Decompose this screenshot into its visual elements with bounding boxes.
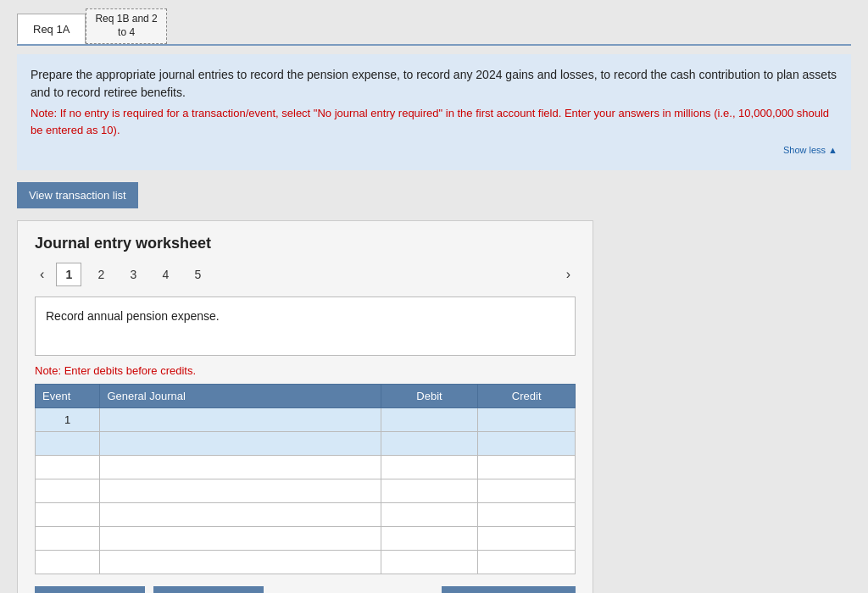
clear-entry-button[interactable]: Clear entry — [153, 586, 264, 594]
journal-table: Event General Journal Debit Credit 1 — [35, 384, 576, 574]
credit-cell — [478, 526, 576, 550]
credit-input[interactable] — [478, 503, 575, 526]
next-page-button[interactable]: › — [561, 265, 576, 284]
worksheet-title: Journal entry worksheet — [35, 235, 576, 252]
debit-input[interactable] — [381, 503, 478, 526]
view-transaction-list-button[interactable]: View transaction list — [17, 182, 138, 208]
page-nav: ‹ 1 2 3 4 5 › — [35, 263, 576, 286]
col-debit: Debit — [381, 384, 478, 407]
debit-input[interactable] — [381, 456, 478, 479]
general-journal-input[interactable] — [100, 479, 380, 502]
general-journal-cell — [100, 550, 381, 574]
table-row — [36, 431, 576, 455]
debit-cell — [381, 455, 478, 479]
worksheet-card: Journal entry worksheet ‹ 1 2 3 4 5 › Re… — [17, 220, 593, 594]
debit-cell — [381, 502, 478, 526]
event-cell — [36, 431, 100, 455]
debit-cell — [381, 550, 478, 574]
credit-input[interactable] — [478, 408, 575, 431]
general-journal-input[interactable] — [100, 527, 380, 550]
debit-input[interactable] — [381, 551, 478, 574]
col-general-journal: General Journal — [100, 384, 381, 407]
debit-cell — [381, 526, 478, 550]
note-debits: Note: Enter debits before credits. — [35, 364, 576, 377]
credit-cell — [478, 407, 576, 431]
table-row — [36, 550, 576, 574]
debit-input[interactable] — [381, 432, 478, 455]
instructions-note-red: Note: If no entry is required for a tran… — [31, 105, 837, 138]
debit-cell — [381, 407, 478, 431]
general-journal-cell — [100, 455, 381, 479]
event-cell — [36, 550, 100, 574]
credit-input[interactable] — [478, 551, 575, 574]
col-event: Event — [36, 384, 100, 407]
credit-cell — [478, 550, 576, 574]
debit-input[interactable] — [381, 527, 478, 550]
page-num-2[interactable]: 2 — [88, 263, 114, 286]
page-num-5[interactable]: 5 — [185, 263, 210, 286]
table-row — [36, 455, 576, 479]
credit-input[interactable] — [478, 527, 575, 550]
credit-cell — [478, 455, 576, 479]
general-journal-input[interactable] — [100, 432, 380, 455]
event-cell — [36, 502, 100, 526]
general-journal-cell — [100, 502, 381, 526]
record-entry-button[interactable]: Record entry — [35, 586, 145, 594]
general-journal-cell — [100, 431, 381, 455]
table-row — [36, 479, 576, 502]
prev-page-button[interactable]: ‹ — [35, 265, 49, 284]
event-cell: 1 — [36, 407, 100, 431]
tabs-row: Req 1A Req 1B and 2to 4 — [17, 8, 851, 44]
general-journal-cell — [100, 526, 381, 550]
col-credit: Credit — [478, 384, 576, 407]
credit-cell — [478, 502, 576, 526]
event-cell — [36, 479, 100, 502]
page-num-3[interactable]: 3 — [120, 263, 146, 286]
show-less-link[interactable]: Show less ▲ — [31, 141, 837, 158]
credit-input[interactable] — [478, 432, 575, 455]
tab-req1b2to4[interactable]: Req 1B and 2to 4 — [86, 8, 166, 44]
general-journal-cell — [100, 407, 381, 431]
instructions-main: Prepare the appropriate journal entries … — [31, 66, 837, 102]
debit-input[interactable] — [381, 479, 478, 502]
event-cell — [36, 526, 100, 550]
credit-cell — [478, 479, 576, 502]
general-journal-input[interactable] — [100, 456, 380, 479]
general-journal-input[interactable] — [100, 408, 380, 431]
tab-divider — [17, 44, 851, 46]
debit-cell — [381, 431, 478, 455]
general-journal-input[interactable] — [100, 551, 380, 574]
debit-input[interactable] — [381, 408, 478, 431]
description-box: Record annual pension expense. — [35, 296, 576, 356]
general-journal-cell — [100, 479, 381, 502]
credit-input[interactable] — [478, 479, 575, 502]
credit-input[interactable] — [478, 456, 575, 479]
tab-req1a[interactable]: Req 1A — [17, 14, 86, 44]
bottom-buttons: Record entry Clear entry View general jo… — [35, 586, 576, 594]
event-cell — [36, 455, 100, 479]
debit-cell — [381, 479, 478, 502]
page-num-1[interactable]: 1 — [56, 263, 81, 286]
general-journal-input[interactable] — [100, 503, 380, 526]
instructions-box: Prepare the appropriate journal entries … — [17, 54, 851, 170]
table-row — [36, 526, 576, 550]
table-row: 1 — [36, 407, 576, 431]
view-general-journal-button[interactable]: View general journal — [442, 586, 576, 594]
table-row — [36, 502, 576, 526]
page-wrapper: Req 1A Req 1B and 2to 4 Prepare the appr… — [0, 0, 868, 593]
credit-cell — [478, 431, 576, 455]
page-num-4[interactable]: 4 — [153, 263, 178, 286]
